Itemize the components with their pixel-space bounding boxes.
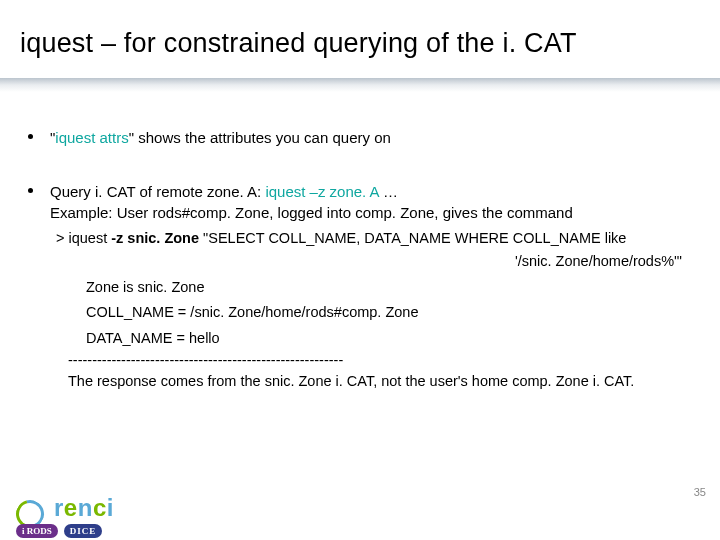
output-line-2: COLL_NAME = /snic. Zone/home/rods#comp. … [86,303,692,323]
slide-title: iquest – for constrained querying of the… [0,0,720,69]
command-line-1: > iquest -z snic. Zone "SELECT COLL_NAME… [56,229,692,249]
slide: iquest – for constrained querying of the… [0,0,720,540]
renci-wordmark: renci [54,494,114,522]
slide-body: "iquest attrs" shows the attributes you … [28,128,692,392]
bullet2-line1-cmd: iquest –z zone. A [265,183,378,200]
output-line-1: Zone is snic. Zone [86,278,692,298]
output-line-3: DATA_NAME = hello [86,329,692,349]
bullet1-post: " shows the attributes you can query on [129,129,391,146]
bullet2-line2: Example: User rods#comp. Zone, logged in… [50,203,692,223]
bullet2-line1-post: … [379,183,398,200]
bullet-1: "iquest attrs" shows the attributes you … [28,128,692,148]
separator-dashes: ----------------------------------------… [68,351,692,371]
bullet1-cmd: iquest attrs [55,129,128,146]
response-note: The response comes from the snic. Zone i… [68,372,692,392]
cmd-flag: -z snic. Zone [111,230,199,246]
title-underline [0,78,720,100]
bullet2-line1-pre: Query i. CAT of remote zone. A: [50,183,265,200]
bullet-dot-icon [28,188,33,193]
badge-dice: DICE [64,524,103,538]
command-line-2: '/snic. Zone/home/rods%'" [56,252,692,272]
cmd-prompt: > iquest [56,230,111,246]
footer-badges: i RODS DICE [16,524,102,538]
cmd-rest1: "SELECT COLL_NAME, DATA_NAME WHERE COLL_… [199,230,626,246]
bullet-2: Query i. CAT of remote zone. A: iquest –… [28,182,692,223]
bullet-dot-icon [28,134,33,139]
footer-logo-renci: renci [16,494,114,528]
page-number: 35 [694,486,706,498]
badge-irods: i RODS [16,524,58,538]
